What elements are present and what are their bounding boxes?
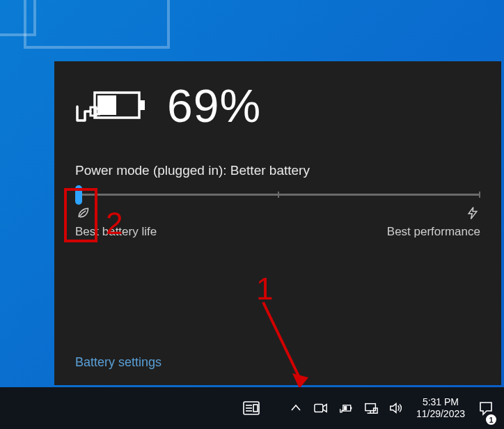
- battery-settings-link[interactable]: Battery settings: [75, 355, 162, 370]
- slider-end-icons: [75, 205, 480, 221]
- volume-tray-icon[interactable]: [384, 387, 408, 429]
- slider-captions: Best battery life Best performance: [75, 225, 480, 239]
- power-mode-label: Power mode (plugged in): Better battery: [75, 163, 480, 178]
- news-widget-button[interactable]: [238, 387, 265, 429]
- wallpaper-decoration: [24, 0, 170, 49]
- slider-tick: [278, 192, 279, 198]
- svg-rect-12: [253, 405, 258, 412]
- svg-rect-13: [315, 405, 323, 412]
- power-mode-slider[interactable]: [75, 194, 480, 196]
- svg-rect-4: [139, 100, 145, 110]
- slider-tick: [479, 192, 480, 198]
- svg-rect-5: [97, 95, 116, 115]
- annotation-number-2: 2: [106, 206, 123, 241]
- annotation-box-2: [64, 188, 97, 242]
- battery-charging-icon: [75, 86, 148, 125]
- lightning-bolt-icon: [465, 205, 480, 221]
- clock-time: 5:31 PM: [423, 396, 459, 409]
- slider-track: [75, 194, 480, 196]
- svg-marker-7: [292, 373, 308, 389]
- action-center-button[interactable]: 1: [473, 387, 498, 429]
- slider-caption-right: Best performance: [387, 225, 480, 239]
- svg-line-6: [263, 302, 299, 377]
- svg-rect-15: [351, 407, 352, 409]
- battery-header: 69%: [75, 79, 480, 132]
- battery-tray-icon[interactable]: [334, 387, 358, 429]
- network-tray-icon[interactable]: [359, 387, 383, 429]
- taskbar-clock[interactable]: 5:31 PM 11/29/2023: [409, 387, 472, 429]
- taskbar: 5:31 PM 11/29/2023 1: [0, 387, 504, 429]
- battery-percentage: 69%: [167, 79, 261, 132]
- notification-badge: 1: [486, 414, 496, 425]
- annotation-arrow-1: [258, 301, 313, 390]
- svg-rect-16: [344, 406, 347, 410]
- clock-date: 11/29/2023: [416, 408, 465, 421]
- meet-now-icon[interactable]: [309, 387, 333, 429]
- show-hidden-icons-button[interactable]: [284, 387, 308, 429]
